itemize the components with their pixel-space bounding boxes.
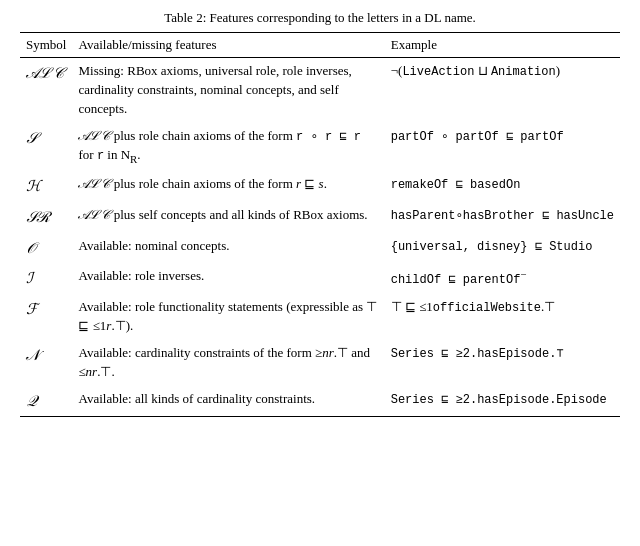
table-row: 𝒬Available: all kinds of cardinality con… — [20, 386, 620, 417]
cell-example: childOf ⊑ parentOf− — [385, 263, 620, 294]
cell-features: 𝒜ℒ𝒞 plus self concepts and all kinds of … — [72, 202, 384, 233]
table-row: 𝒮ℛ𝒜ℒ𝒞 plus self concepts and all kinds o… — [20, 202, 620, 233]
cell-example: partOf ∘ partOf ⊑ partOf — [385, 123, 620, 172]
col-header-example: Example — [385, 33, 620, 58]
table-row: 𝒜ℒ𝒞Missing: RBox axioms, universal role,… — [20, 58, 620, 123]
cell-symbol: 𝒬 — [20, 386, 72, 417]
table-header: Symbol Available/missing features Exampl… — [20, 33, 620, 58]
table-row: 𝒮𝒜ℒ𝒞 plus role chain axioms of the form … — [20, 123, 620, 172]
cell-example: Series ⊑ ≥2.hasEpisode.Episode — [385, 386, 620, 417]
cell-example: ⊤ ⊑ ≤1officialWebsite.⊤ — [385, 294, 620, 340]
table-body: 𝒜ℒ𝒞Missing: RBox axioms, universal role,… — [20, 58, 620, 417]
cell-example: remakeOf ⊑ basedOn — [385, 171, 620, 202]
col-header-symbol: Symbol — [20, 33, 72, 58]
cell-symbol: 𝒮ℛ — [20, 202, 72, 233]
cell-symbol: 𝒪 — [20, 233, 72, 264]
cell-features: Available: all kinds of cardinality cons… — [72, 386, 384, 417]
cell-features: Available: cardinality constraints of th… — [72, 340, 384, 386]
cell-symbol: 𝒮 — [20, 123, 72, 172]
cell-features: Available: role inverses. — [72, 263, 384, 294]
cell-symbol: 𝒩 — [20, 340, 72, 386]
cell-symbol: ℋ — [20, 171, 72, 202]
cell-example: {universal, disney} ⊑ Studio — [385, 233, 620, 264]
cell-features: Available: role functionality statements… — [72, 294, 384, 340]
table-row: ℋ𝒜ℒ𝒞 plus role chain axioms of the form … — [20, 171, 620, 202]
col-header-features: Available/missing features — [72, 33, 384, 58]
main-table: Symbol Available/missing features Exampl… — [20, 32, 620, 417]
cell-example: hasParent∘hasBrother ⊑ hasUncle — [385, 202, 620, 233]
table-row: ℐAvailable: role inverses.childOf ⊑ pare… — [20, 263, 620, 294]
table-row: 𝒪Available: nominal concepts.{universal,… — [20, 233, 620, 264]
cell-example: Series ⊑ ≥2.hasEpisode.⊤ — [385, 340, 620, 386]
cell-symbol: 𝒜ℒ𝒞 — [20, 58, 72, 123]
cell-symbol: ℱ — [20, 294, 72, 340]
cell-features: Available: nominal concepts. — [72, 233, 384, 264]
cell-features: Missing: RBox axioms, universal role, ro… — [72, 58, 384, 123]
cell-features: 𝒜ℒ𝒞 plus role chain axioms of the form r… — [72, 171, 384, 202]
table-row: ℱAvailable: role functionality statement… — [20, 294, 620, 340]
cell-example: ¬(LiveAction ⊔ Animation) — [385, 58, 620, 123]
table-caption: Table 2: Features corresponding to the l… — [20, 10, 620, 26]
cell-symbol: ℐ — [20, 263, 72, 294]
table-row: 𝒩Available: cardinality constraints of t… — [20, 340, 620, 386]
cell-features: 𝒜ℒ𝒞 plus role chain axioms of the form r… — [72, 123, 384, 172]
